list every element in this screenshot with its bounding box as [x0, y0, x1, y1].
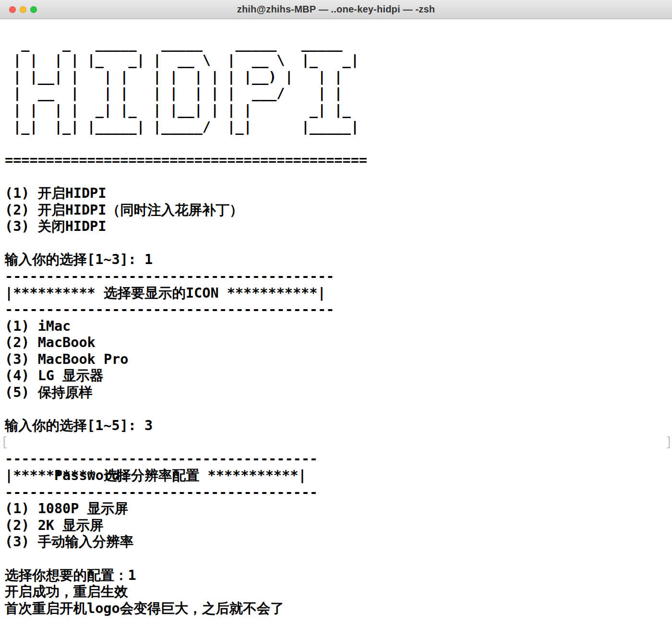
section-header-icon: |********** 选择要显示的ICON ***********| [5, 285, 672, 302]
ascii-art-line: |_| |_| |_____| |_____/ |_| |_____| [5, 119, 672, 136]
ascii-art-line: | | | | |_ _| | __ \ | __ \ |_ _| [5, 52, 672, 69]
divider-line: ---------------------------------------- [5, 268, 672, 285]
blank-line [5, 235, 672, 252]
divider-line: ---------------------------------------- [5, 301, 672, 318]
blank-line [5, 551, 672, 567]
ascii-art-line: | |__| | | | | | | | | |__) | | | [5, 69, 672, 86]
terminal-screen[interactable]: _ _ _____ _____ _____ _____ | | | | |_ _… [0, 19, 672, 637]
shell-prompt-line: ➜ one-key-hidpi git:( master ) ✗ _ [5, 617, 672, 634]
choice-prompt-line: 输入你的选择[1~3]: 1 [5, 252, 672, 268]
secure-input-bracket-right: ] [665, 434, 672, 451]
zoom-button[interactable] [30, 6, 37, 13]
menu-option-macbook: (2) MacBook [5, 335, 672, 351]
choice-prompt-line: 输入你的选择[1~5]: 3 [5, 418, 672, 434]
blank-line [5, 135, 672, 152]
password-label: Password: [54, 468, 128, 483]
ascii-art-line: _ _ _____ _____ _____ _____ [5, 36, 672, 53]
blank-line [5, 401, 672, 418]
status-message-note: 首次重启开机logo会变得巨大，之后就不会了 [5, 601, 672, 617]
ascii-art-line: | | | | _| |_ | |__| | | | _| |_ [5, 102, 672, 119]
menu-option-macbook-pro: (3) MacBook Pro [5, 351, 672, 368]
divider-line: -------------------------------------- [5, 484, 672, 501]
menu-option-enable-hidpi: (1) 开启HIDPI [5, 185, 672, 202]
titlebar[interactable]: zhih@zhihs-MBP — ..one-key-hidpi — -zsh [0, 0, 672, 19]
separator-line: ========================================… [5, 152, 672, 169]
blank-line [5, 19, 672, 36]
window-controls [9, 6, 37, 13]
choice-prompt-line: 选择你想要的配置：1 [5, 567, 672, 584]
menu-option-imac: (1) iMac [5, 318, 672, 335]
menu-option-disable-hidpi: (3) 关闭HIDPI [5, 218, 672, 235]
ascii-art-line: | __ | | | | | | | | ___/ | | [5, 85, 672, 102]
status-message-success: 开启成功，重启生效 [5, 584, 672, 601]
prompt-arrow: ➜ [54, 634, 66, 637]
menu-option-1080p: (1) 1080P 显示屏 [5, 501, 672, 517]
menu-option-enable-hidpi-patch: (2) 开启HIDPI（同时注入花屏补丁） [5, 202, 672, 219]
menu-option-lg-display: (4) LG 显示器 [5, 368, 672, 385]
blank-line [5, 168, 672, 185]
close-button[interactable] [9, 6, 16, 13]
window-title: zhih@zhihs-MBP — ..one-key-hidpi — -zsh [237, 4, 435, 15]
menu-option-manual-resolution: (3) 手动输入分辨率 [5, 534, 672, 551]
terminal-window: zhih@zhihs-MBP — ..one-key-hidpi — -zsh … [0, 0, 672, 637]
password-prompt-line: [ Password: ] [5, 434, 672, 451]
menu-option-2k: (2) 2K 显示屏 [5, 517, 672, 534]
divider-line: -------------------------------------- [5, 451, 672, 468]
secure-input-bracket-left: [ [0, 434, 9, 451]
menu-option-keep-original: (5) 保持原样 [5, 385, 672, 401]
minimize-button[interactable] [20, 6, 26, 13]
